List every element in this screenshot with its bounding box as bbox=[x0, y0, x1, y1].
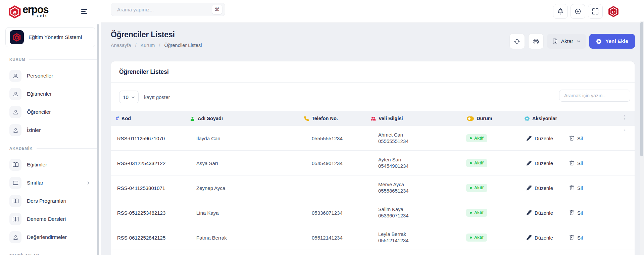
book-icon bbox=[9, 195, 21, 207]
delete-button-label: Sil bbox=[577, 160, 583, 166]
column-header-person[interactable]: Adı Soyadı bbox=[190, 111, 223, 126]
command-key-icon: ⌘ bbox=[212, 5, 222, 14]
status-badge: Aktif bbox=[466, 159, 487, 167]
page-title: Öğrenciler Listesi bbox=[111, 30, 202, 39]
cell-durum: Aktif bbox=[466, 184, 487, 192]
edit-button[interactable]: Düzenle bbox=[527, 235, 553, 240]
pen-icon bbox=[527, 235, 532, 240]
laptop-icon bbox=[9, 177, 21, 189]
global-search-input[interactable] bbox=[116, 6, 209, 13]
page-scrollbar-thumb[interactable] bbox=[640, 22, 643, 156]
delete-button[interactable]: Sil bbox=[569, 160, 583, 166]
page-toolbar: Aktar Yeni Ekle bbox=[509, 34, 635, 49]
status-badge: Aktif bbox=[466, 184, 487, 192]
sidebar-item-sınıflar[interactable]: Sınıflar bbox=[0, 174, 101, 192]
erpos-hexagon-icon: e bbox=[8, 5, 21, 18]
gear-icon bbox=[525, 116, 530, 121]
veli-name: Ayten Sarı bbox=[378, 156, 409, 163]
add-new-button-label: Yeni Ekle bbox=[605, 38, 628, 44]
sidebar-section-label: KURUM bbox=[9, 57, 97, 61]
workspace-title: Eğitim Yönetim Sistemi bbox=[29, 34, 82, 40]
edit-button[interactable]: Düzenle bbox=[527, 185, 553, 191]
delete-button[interactable]: Sil bbox=[569, 185, 583, 191]
sidebar: e erpos soft e Eğitim Yönetim Sistemi KU… bbox=[0, 0, 101, 255]
status-badge: Aktif bbox=[466, 234, 487, 242]
sidebar-item-ders-programları[interactable]: Ders Programları bbox=[0, 192, 101, 210]
quick-add-button[interactable] bbox=[571, 4, 585, 19]
cell-veli-bilgisi: Salim Kaya 05336071234 bbox=[378, 206, 409, 219]
add-new-button[interactable]: Yeni Ekle bbox=[589, 34, 635, 49]
status-badge: Aktif bbox=[466, 134, 487, 142]
column-header-toggle[interactable]: Durum bbox=[467, 111, 492, 126]
page-size-value: 10 bbox=[123, 94, 129, 100]
toggle-icon bbox=[467, 116, 474, 121]
scroll-up-icon[interactable]: ▲ bbox=[623, 129, 626, 132]
user-icon bbox=[9, 106, 21, 118]
column-header-hash[interactable]: #Kod bbox=[116, 111, 131, 126]
column-header-people[interactable]: Veli Bilgisi bbox=[371, 111, 403, 126]
trash-icon bbox=[569, 235, 574, 240]
sidebar-toggle-icon[interactable] bbox=[80, 8, 89, 15]
veli-name: Salim Kaya bbox=[378, 206, 409, 213]
table-row: RSS-0312254332122 Asya Sarı 05454901234 … bbox=[111, 151, 635, 175]
edit-button[interactable]: Düzenle bbox=[527, 160, 553, 166]
sidebar-item-deneme-dersleri[interactable]: Deneme Dersleri bbox=[0, 210, 101, 228]
sidebar-item-eğitmenler[interactable]: Eğitmenler bbox=[0, 85, 101, 103]
column-header-phone[interactable]: Telefon No. bbox=[304, 111, 338, 126]
students-card: Öğrenciler Listesi 10 kayıt göster Aksiy… bbox=[111, 61, 635, 255]
breadcrumb-kurum[interactable]: Kurum bbox=[141, 43, 155, 48]
book-icon bbox=[9, 213, 21, 225]
svg-text:e: e bbox=[612, 9, 615, 14]
fullscreen-button[interactable] bbox=[588, 4, 603, 19]
veli-phone: 05558651234 bbox=[378, 188, 409, 195]
user-avatar[interactable]: e bbox=[607, 5, 620, 17]
chevron-right-icon bbox=[86, 181, 91, 185]
trash-icon bbox=[569, 210, 574, 215]
status-badge: Aktif bbox=[466, 209, 487, 217]
column-header-gear[interactable]: Aksiyonlar bbox=[525, 111, 557, 126]
print-button[interactable] bbox=[528, 34, 544, 49]
svg-text:e: e bbox=[16, 36, 18, 39]
export-button-label: Aktar bbox=[561, 38, 573, 44]
trash-icon bbox=[569, 160, 574, 165]
sidebar-scrollbar[interactable] bbox=[97, 24, 99, 255]
sort-carets[interactable]: ▲▼ bbox=[623, 114, 626, 120]
delete-button[interactable]: Sil bbox=[569, 235, 583, 240]
edit-button[interactable]: Düzenle bbox=[527, 210, 553, 215]
logo-name: erpos bbox=[22, 4, 48, 15]
workspace-logo-icon: e bbox=[10, 30, 24, 44]
status-dot-icon bbox=[470, 187, 472, 189]
sort-down-icon[interactable]: ▼ bbox=[623, 117, 626, 120]
edit-button[interactable]: Düzenle bbox=[527, 135, 553, 141]
sidebar-item-personeller[interactable]: Personeller bbox=[0, 67, 101, 85]
person-icon bbox=[190, 116, 195, 121]
cell-durum: Aktif bbox=[466, 134, 487, 142]
notifications-button[interactable] bbox=[553, 4, 568, 19]
sort-up-icon[interactable]: ▲ bbox=[623, 114, 626, 117]
bell-icon bbox=[557, 8, 563, 14]
sidebar-item-öğrenciler[interactable]: Öğrenciler bbox=[0, 103, 101, 121]
veli-phone: 05512141234 bbox=[378, 238, 409, 244]
trash-icon bbox=[569, 136, 574, 141]
breadcrumb-home[interactable]: Anasayfa bbox=[111, 43, 131, 48]
sidebar-item-eğitimler[interactable]: Eğitimler bbox=[0, 156, 101, 174]
plus-circle-icon bbox=[575, 8, 581, 14]
veli-name: Leyla Berrak bbox=[378, 231, 409, 238]
cell-veli-bilgisi: Ahmet Can 05555551234 bbox=[378, 132, 409, 145]
cell-durum: Aktif bbox=[466, 159, 487, 167]
page-size-select[interactable]: 10 bbox=[119, 91, 139, 103]
cell-veli-bilgisi: Ayten Sarı 05454901234 bbox=[378, 156, 409, 169]
delete-button-label: Sil bbox=[577, 210, 583, 215]
sidebar-item-değerlendirmeler[interactable]: Değerlendirmeler bbox=[0, 228, 101, 246]
delete-button[interactable]: Sil bbox=[569, 135, 583, 141]
table-search-input[interactable] bbox=[559, 90, 630, 102]
sidebar-item-i-zinler[interactable]: İzinler bbox=[0, 121, 101, 139]
table-row: RSS-0512253462123 Lina Kaya 05336071234 … bbox=[111, 200, 635, 225]
export-button[interactable]: Aktar bbox=[547, 34, 586, 49]
refresh-button[interactable] bbox=[509, 34, 525, 49]
delete-button[interactable]: Sil bbox=[569, 210, 583, 215]
workspace-switcher[interactable]: e Eğitim Yönetim Sistemi bbox=[5, 27, 95, 47]
edit-button-label: Düzenle bbox=[535, 185, 553, 191]
erpos-logo[interactable]: e erpos soft bbox=[8, 4, 48, 18]
edit-button-label: Düzenle bbox=[535, 135, 553, 141]
